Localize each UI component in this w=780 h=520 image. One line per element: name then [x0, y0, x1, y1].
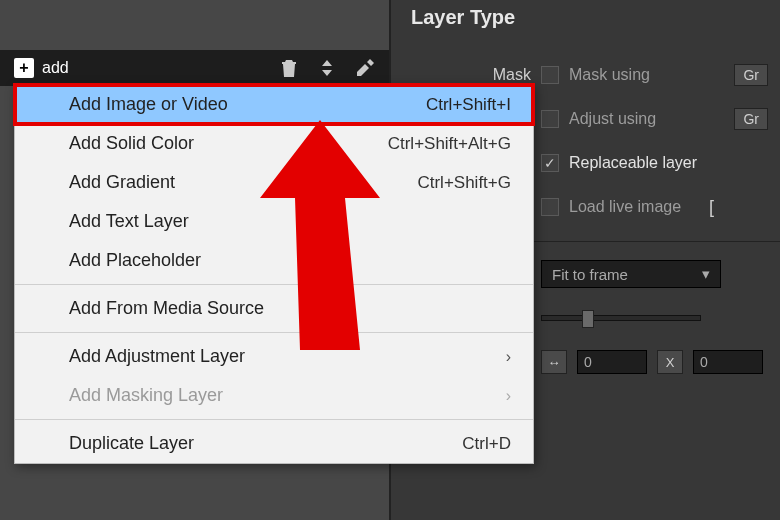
position-xy-separator: X — [657, 350, 683, 374]
menu-separator — [15, 419, 533, 420]
adjust-checkbox[interactable] — [541, 110, 559, 128]
liveimage-text: Load live image — [569, 198, 681, 216]
menu-item[interactable]: Add Image or VideoCtrl+Shift+I — [15, 85, 533, 124]
plus-icon: + — [14, 58, 34, 78]
menu-item[interactable]: Duplicate LayerCtrl+D — [15, 424, 533, 463]
menu-separator — [15, 332, 533, 333]
reorder-layer-button[interactable] — [313, 58, 341, 78]
menu-item[interactable]: Add Adjustment Layer› — [15, 337, 533, 376]
liveimage-bracket: [ — [709, 197, 714, 218]
menu-item-shortcut: Ctrl+Shift+I — [426, 95, 511, 115]
add-layer-menu[interactable]: Add Image or VideoCtrl+Shift+IAdd Solid … — [14, 84, 534, 464]
menu-item-label: Duplicate Layer — [69, 433, 194, 454]
position-x-input[interactable]: 0 — [577, 350, 647, 374]
position-y-input[interactable]: 0 — [693, 350, 763, 374]
chevron-right-icon: › — [506, 348, 511, 366]
replaceable-checkbox[interactable] — [541, 154, 559, 172]
layer-tools-button[interactable] — [351, 58, 379, 78]
layers-panel-title: Layers — [0, 0, 389, 50]
menu-item-label: Add Placeholder — [69, 250, 201, 271]
menu-item[interactable]: Add Text Layer — [15, 202, 533, 241]
fit-combo[interactable]: Fit to frame ▾ — [541, 260, 721, 288]
zoom-slider[interactable] — [541, 315, 701, 321]
menu-item-label: Add Text Layer — [69, 211, 189, 232]
sort-icon — [318, 58, 336, 78]
menu-item[interactable]: Add GradientCtrl+Shift+G — [15, 163, 533, 202]
trash-icon — [280, 58, 298, 78]
add-button-label: add — [42, 59, 69, 77]
menu-item-label: Add Masking Layer — [69, 385, 223, 406]
mask-group-button[interactable]: Gr — [734, 64, 768, 86]
tools-icon — [355, 58, 375, 78]
chevron-down-icon: ▾ — [702, 265, 710, 283]
move-icon[interactable]: ↔ — [541, 350, 567, 374]
menu-item-label: Add From Media Source — [69, 298, 264, 319]
menu-item[interactable]: Add Placeholder — [15, 241, 533, 280]
menu-item-shortcut: Ctrl+Shift+Alt+G — [388, 134, 511, 154]
liveimage-checkbox[interactable] — [541, 198, 559, 216]
zoom-slider-thumb[interactable] — [582, 310, 594, 328]
chevron-right-icon: › — [506, 387, 511, 405]
replaceable-text: Replaceable layer — [569, 154, 697, 172]
mask-label: Mask — [411, 66, 531, 84]
menu-item[interactable]: Add Solid ColorCtrl+Shift+Alt+G — [15, 124, 533, 163]
mask-checkbox[interactable] — [541, 66, 559, 84]
menu-item: Add Masking Layer› — [15, 376, 533, 415]
menu-item-label: Add Solid Color — [69, 133, 194, 154]
adjust-text: Adjust using — [569, 110, 656, 128]
menu-item-label: Add Gradient — [69, 172, 175, 193]
fit-value: Fit to frame — [552, 266, 628, 283]
menu-item[interactable]: Add From Media Source — [15, 289, 533, 328]
mask-text: Mask using — [569, 66, 650, 84]
menu-item-label: Add Adjustment Layer — [69, 346, 245, 367]
delete-layer-button[interactable] — [275, 58, 303, 78]
menu-item-label: Add Image or Video — [69, 94, 228, 115]
properties-title: Layer Type — [391, 0, 780, 53]
layers-toolbar: + add — [0, 50, 389, 86]
adjust-group-button[interactable]: Gr — [734, 108, 768, 130]
menu-item-shortcut: Ctrl+D — [462, 434, 511, 454]
add-layer-button[interactable]: + add — [14, 58, 69, 78]
menu-separator — [15, 284, 533, 285]
menu-item-shortcut: Ctrl+Shift+G — [417, 173, 511, 193]
